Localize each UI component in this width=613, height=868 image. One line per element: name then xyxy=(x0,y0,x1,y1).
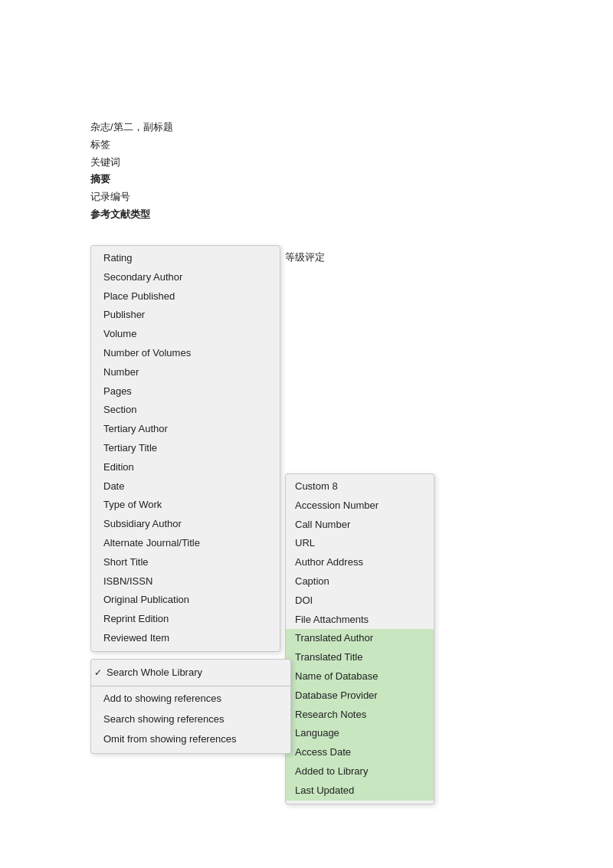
left-menu-item[interactable]: Secondary Author xyxy=(91,268,280,287)
left-menu-item[interactable]: Alternate Journal/Title xyxy=(91,534,280,553)
left-dropdown-menu: RatingSecondary AuthorPlace PublishedPub… xyxy=(90,245,280,652)
left-menu-item[interactable]: ISBN/ISSN xyxy=(91,572,280,591)
left-menu-item[interactable]: Number of Volumes xyxy=(91,344,280,363)
chinese-item: 关键词 xyxy=(90,154,173,172)
right-menu-item[interactable]: Access Date xyxy=(286,743,434,762)
left-menu-item[interactable]: Section xyxy=(91,401,280,420)
rating-label: 等级评定 xyxy=(285,251,325,264)
left-menu-item[interactable]: Edition xyxy=(91,458,280,477)
right-menu-item[interactable]: Translated Title xyxy=(286,648,434,667)
chinese-item: 参考文献类型 xyxy=(90,206,173,224)
chinese-section: 杂志/第二，副标题标签关键词摘要记录编号参考文献类型 xyxy=(90,119,173,224)
chinese-item: 摘要 xyxy=(90,171,173,188)
right-menu-item[interactable]: Language xyxy=(286,724,434,743)
left-menu-item[interactable]: Volume xyxy=(91,325,280,344)
menu-separator xyxy=(91,686,290,686)
left-menu-item[interactable]: Tertiary Author xyxy=(91,420,280,439)
left-menu-item[interactable]: Rating xyxy=(91,249,280,268)
left-menu-item[interactable]: Reprint Edition xyxy=(91,610,280,629)
left-menu-item[interactable]: Original Publication xyxy=(91,591,280,610)
right-menu-item[interactable]: File Attachments xyxy=(286,611,434,630)
bottom-dropdown-menu: Search Whole LibraryAdd to showing refer… xyxy=(90,659,291,754)
left-menu-item[interactable]: Pages xyxy=(91,382,280,401)
left-menu-item[interactable]: Type of Work xyxy=(91,496,280,515)
left-menu-item[interactable]: Publisher xyxy=(91,306,280,325)
right-menu-item[interactable]: Added to Library xyxy=(286,762,434,781)
right-menu-item[interactable]: Name of Database xyxy=(286,667,434,686)
right-dropdown-menu: Custom 8Accession NumberCall NumberURLAu… xyxy=(285,473,434,804)
left-menu-item[interactable]: Subsidiary Author xyxy=(91,515,280,534)
right-menu-item[interactable]: Research Notes xyxy=(286,706,434,725)
right-menu-item[interactable]: Last Updated xyxy=(286,781,434,801)
bottom-menu-item[interactable]: Omit from showing references xyxy=(91,729,290,750)
bottom-menu-item[interactable]: Add to showing references xyxy=(91,689,290,709)
right-menu-item[interactable]: Translated Author xyxy=(286,629,434,648)
right-menu-item[interactable]: URL xyxy=(286,534,434,553)
chinese-item: 杂志/第二，副标题 xyxy=(90,119,173,136)
bottom-menu-item[interactable]: Search Whole Library xyxy=(91,663,290,683)
left-menu-item[interactable]: Short Title xyxy=(91,553,280,572)
right-menu-item[interactable]: Caption xyxy=(286,572,434,591)
right-menu-item[interactable]: Database Provider xyxy=(286,686,434,706)
right-menu-item[interactable]: Call Number xyxy=(286,516,434,535)
right-menu-item[interactable]: Custom 8 xyxy=(286,477,434,496)
bottom-menu-item[interactable]: Search showing references xyxy=(91,709,290,730)
page-container: 杂志/第二，副标题标签关键词摘要记录编号参考文献类型 等级评定 RatingSe… xyxy=(0,0,613,868)
left-menu-item[interactable]: Tertiary Title xyxy=(91,439,280,458)
right-menu-item[interactable]: Accession Number xyxy=(286,496,434,516)
chinese-item: 记录编号 xyxy=(90,188,173,206)
left-menu-item[interactable]: Reviewed Item xyxy=(91,629,280,648)
left-menu-item[interactable]: Date xyxy=(91,477,280,496)
left-menu-item[interactable]: Place Published xyxy=(91,287,280,306)
chinese-item: 标签 xyxy=(90,136,173,154)
right-menu-item[interactable]: Author Address xyxy=(286,553,434,572)
right-menu-item[interactable]: DOI xyxy=(286,591,434,611)
left-menu-item[interactable]: Number xyxy=(91,363,280,382)
